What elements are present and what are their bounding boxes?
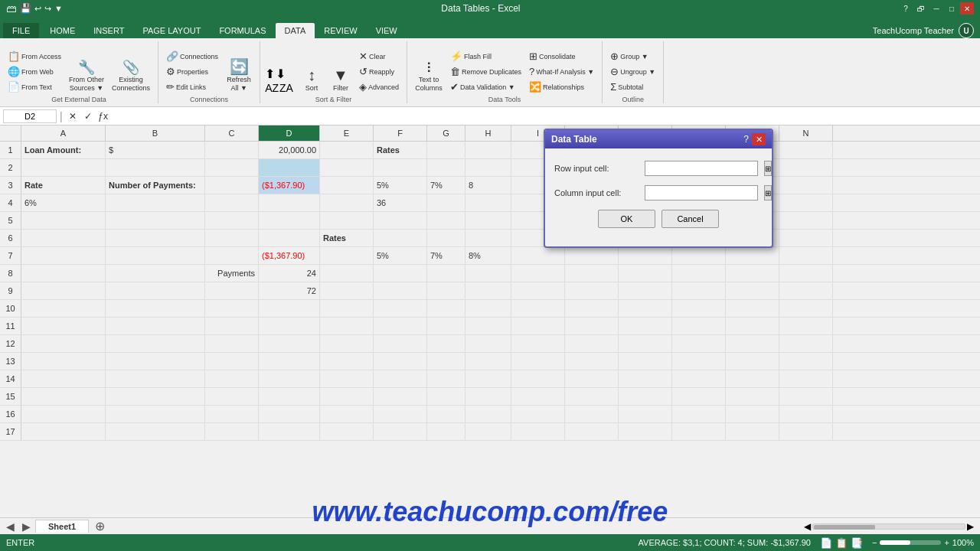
sheet-prev-btn[interactable]: ◀ [3, 520, 18, 533]
col-header-a[interactable]: A [21, 126, 106, 141]
cell-k7[interactable] [619, 247, 672, 264]
tab-home[interactable]: HOME [41, 23, 84, 38]
cell-c9[interactable] [205, 282, 259, 299]
clear-button[interactable]: ✕ Clear [356, 49, 402, 64]
cell-a8[interactable] [21, 265, 106, 282]
text-to-columns-button[interactable]: ⫶ Text toColumns [412, 56, 446, 94]
cell-e1[interactable] [320, 142, 374, 158]
cell-b7[interactable] [106, 247, 205, 264]
from-text-button[interactable]: 📄 From Text [5, 80, 64, 94]
page-layout-icon[interactable]: 📋 [835, 537, 848, 549]
dialog-help-btn[interactable]: ? [743, 134, 749, 145]
cell-c1[interactable] [205, 142, 259, 158]
cell-g4[interactable] [427, 194, 466, 211]
cell-n3[interactable] [779, 177, 833, 194]
cell-a9[interactable] [21, 282, 106, 299]
cell-k9[interactable] [619, 282, 672, 299]
flash-fill-button[interactable]: ⚡ Flash Fill [447, 49, 524, 64]
cell-m8[interactable] [726, 265, 779, 282]
cell-g9[interactable] [427, 282, 466, 299]
cell-d2[interactable] [259, 159, 320, 176]
help-btn[interactable]: ? [899, 2, 913, 15]
row-input-field[interactable] [645, 161, 758, 176]
cell-m7[interactable] [726, 247, 779, 264]
scroll-right-btn[interactable]: ▶ [967, 521, 974, 532]
col-header-g[interactable]: G [427, 126, 466, 141]
cell-a7[interactable] [21, 247, 106, 264]
scroll-left-btn[interactable]: ◀ [804, 521, 811, 532]
tab-insert[interactable]: INSERT [84, 23, 133, 38]
cell-h4[interactable] [466, 194, 511, 211]
sort-button[interactable]: ↕ Sort [298, 64, 325, 94]
advanced-button[interactable]: ◈ Advanced [356, 80, 402, 94]
cell-e7[interactable] [320, 247, 374, 264]
page-break-icon[interactable]: 📑 [851, 537, 863, 549]
cell-a1[interactable]: Loan Amount: [21, 142, 106, 158]
cancel-formula-btn[interactable]: ✕ [66, 111, 80, 122]
cell-b1[interactable]: $ [106, 142, 205, 158]
redo-btn[interactable]: ↪ [44, 4, 51, 14]
sheet-tab-sheet1[interactable]: Sheet1 [35, 520, 89, 533]
minimize-btn[interactable]: ─ [929, 2, 943, 15]
cell-a5[interactable] [21, 212, 106, 229]
normal-view-icon[interactable]: 📄 [820, 537, 832, 549]
cell-h1[interactable] [466, 142, 511, 158]
cell-e9[interactable] [320, 282, 374, 299]
restore-btn[interactable]: 🗗 [914, 2, 928, 15]
properties-button[interactable]: ⚙ Properties [163, 64, 221, 79]
cell-h5[interactable] [466, 212, 511, 229]
cell-j9[interactable] [565, 282, 619, 299]
cell-h9[interactable] [466, 282, 511, 299]
cell-h6[interactable] [466, 230, 511, 246]
cell-f9[interactable] [374, 282, 427, 299]
cell-c3[interactable] [205, 177, 259, 194]
cell-h2[interactable] [466, 159, 511, 176]
dialog-close-btn[interactable]: ✕ [752, 133, 766, 145]
cell-b9[interactable] [106, 282, 205, 299]
cell-d1[interactable]: 20,000.00 [259, 142, 320, 158]
data-validation-button[interactable]: ✔ Data Validation ▼ [447, 80, 524, 94]
cell-l8[interactable] [672, 265, 726, 282]
cell-i7[interactable] [511, 247, 565, 264]
cell-m9[interactable] [726, 282, 779, 299]
cell-e3[interactable] [320, 177, 374, 194]
cell-e6[interactable]: Rates [320, 230, 374, 246]
tab-file[interactable]: FILE [3, 23, 39, 38]
cell-g6[interactable] [427, 230, 466, 246]
zoom-out-btn[interactable]: − [872, 538, 877, 547]
cell-c7[interactable] [205, 247, 259, 264]
cell-e8[interactable] [320, 265, 374, 282]
cell-a4[interactable]: 6% [21, 194, 106, 211]
zoom-in-btn[interactable]: + [944, 538, 949, 547]
cell-f6[interactable] [374, 230, 427, 246]
cell-h8[interactable] [466, 265, 511, 282]
cell-j7[interactable] [565, 247, 619, 264]
add-sheet-btn[interactable]: ⊕ [90, 519, 109, 533]
refresh-all-button[interactable]: 🔄 RefreshAll ▼ [223, 56, 255, 94]
cell-a2[interactable] [21, 159, 106, 176]
cell-n5[interactable] [779, 212, 833, 229]
cell-g2[interactable] [427, 159, 466, 176]
data-table-dialog[interactable]: Data Table ? ✕ Row input cell: ⊞ Column … [544, 129, 773, 248]
cell-n6[interactable] [779, 230, 833, 246]
cell-n9[interactable] [779, 282, 833, 299]
remove-duplicates-button[interactable]: 🗑 Remove Duplicates [447, 64, 524, 79]
confirm-formula-btn[interactable]: ✓ [81, 111, 95, 122]
cell-d5[interactable] [259, 212, 320, 229]
connections-button[interactable]: 🔗 Connections [163, 49, 221, 64]
cell-e2[interactable] [320, 159, 374, 176]
tab-data[interactable]: DATA [276, 23, 315, 38]
cell-f2[interactable] [374, 159, 427, 176]
cell-b6[interactable] [106, 230, 205, 246]
sheet-next-btn[interactable]: ▶ [19, 520, 34, 533]
cell-f7[interactable]: 5% [374, 247, 427, 264]
col-header-n[interactable]: N [779, 126, 833, 141]
undo-btn[interactable]: ↩ [34, 4, 41, 14]
maximize-btn[interactable]: □ [945, 2, 959, 15]
cell-f3[interactable]: 5% [374, 177, 427, 194]
cell-f1[interactable]: Rates [374, 142, 427, 158]
tab-page-layout[interactable]: PAGE LAYOUT [133, 23, 210, 38]
from-web-button[interactable]: 🌐 From Web [5, 64, 64, 79]
cell-n2[interactable] [779, 159, 833, 176]
tab-formulas[interactable]: FORMULAS [210, 23, 275, 38]
